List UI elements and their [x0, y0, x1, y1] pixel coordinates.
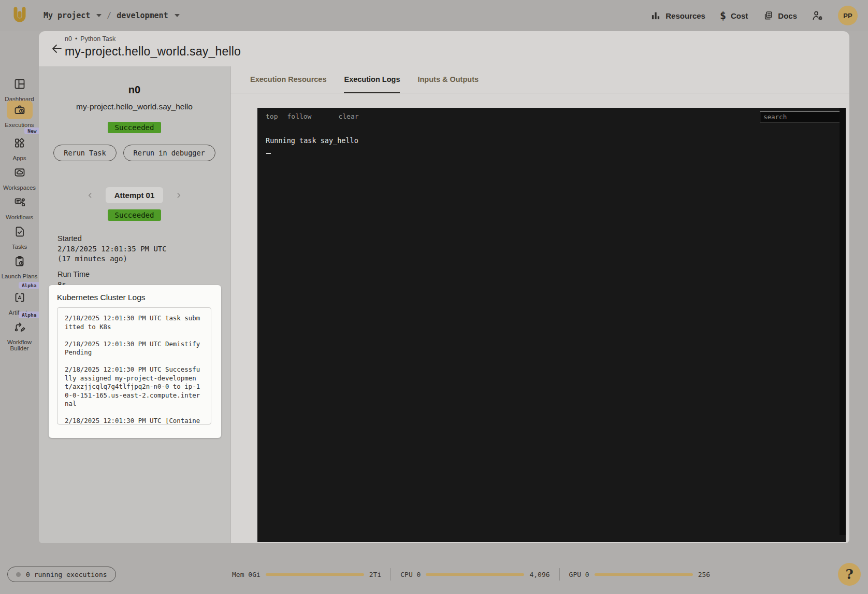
docs-label: Docs [778, 11, 797, 20]
log-entry: 2/18/2025 12:01:30 PM UTC task submitted… [65, 314, 204, 331]
log-top-button[interactable]: top [266, 112, 278, 120]
breadcrumb: My project / development [44, 11, 180, 20]
person-gear-icon [812, 10, 823, 22]
avatar[interactable]: PP [838, 6, 858, 25]
project-selector[interactable]: My project [44, 11, 90, 20]
crumb-dot: • [75, 35, 77, 43]
breadcrumb-separator: / [107, 11, 111, 20]
memory-capacity: 2Ti [369, 571, 381, 578]
gpu-bar [595, 573, 693, 576]
launch-plans-icon [13, 255, 26, 267]
chevron-down-icon[interactable] [96, 14, 102, 17]
docs-button[interactable]: Docs [762, 10, 797, 21]
gpu-usage-label: GPU 0 [569, 571, 589, 578]
alpha-badge: Alpha [19, 312, 40, 318]
help-button[interactable]: ? [838, 563, 861, 586]
quota-meters: Mem 0Gi 2Ti CPU 0 4,096 GPU 0 256 [232, 568, 710, 581]
sidebar-item-workspaces[interactable]: Workspaces [0, 163, 39, 191]
kubernetes-logs-card: Kubernetes Cluster Logs 2/18/2025 12:01:… [49, 285, 221, 438]
terminal-scrollbar[interactable] [840, 108, 846, 535]
log-entry: 2/18/2025 12:01:30 PM UTC [ContainersNot… [65, 417, 204, 425]
tab-inputs-outputs[interactable]: Inputs & Outputs [417, 66, 479, 93]
started-time: 2/18/2025 12:01:35 PM UTC [57, 244, 230, 254]
task-name: my-project.hello_world.say_hello [39, 102, 230, 111]
node-id: n0 [65, 35, 72, 43]
resources-button[interactable]: Resources [650, 10, 705, 21]
executions-icon [13, 104, 26, 116]
tasks-icon [13, 225, 26, 238]
execution-detail-panel: Execution Resources Execution Logs Input… [230, 66, 849, 543]
chevron-down-icon[interactable] [175, 14, 180, 17]
artifacts-icon [13, 291, 26, 304]
gpu-meter: GPU 0 256 [569, 571, 711, 578]
sidebar-item-dashboard[interactable]: Dashboard [0, 75, 39, 102]
cpu-bar [426, 573, 524, 576]
workspaces-icon [13, 166, 26, 179]
runtime-label: Run Time [57, 270, 230, 278]
apps-icon [13, 137, 26, 149]
running-executions-pill[interactable]: 0 running executions [7, 567, 116, 582]
new-badge: New [24, 128, 39, 134]
meter-divider [559, 568, 560, 581]
resources-label: Resources [666, 11, 705, 20]
started-label: Started [57, 234, 230, 243]
page-title: my-project.hello_world.say_hello [65, 45, 241, 59]
task-type: Python Task [80, 35, 115, 43]
memory-bar [266, 573, 364, 576]
cpu-meter: CPU 0 4,096 [400, 571, 549, 578]
cpu-capacity: 4,096 [529, 571, 549, 578]
modal-breadcrumb: n0 • Python Task [65, 35, 115, 43]
cost-label: Cost [731, 11, 748, 20]
status-badge: Succeeded [108, 122, 162, 133]
gpu-capacity: 256 [698, 571, 710, 578]
rerun-task-button[interactable]: Rerun Task [53, 145, 116, 161]
attempt-selector[interactable]: Attempt 01 [106, 187, 164, 203]
log-search-input[interactable] [760, 111, 843, 122]
modal-header: n0 • Python Task my-project.hello_world.… [39, 31, 849, 66]
kubernetes-logs-title: Kubernetes Cluster Logs [57, 293, 213, 302]
sidebar-item-workflows[interactable]: Workflows [0, 193, 39, 220]
next-attempt-button[interactable] [173, 190, 184, 201]
domain-selector[interactable]: development [117, 11, 168, 20]
alpha-badge: Alpha [19, 282, 40, 289]
active-item-highlight [7, 101, 33, 119]
memory-usage-label: Mem 0Gi [232, 571, 261, 578]
sidebar-item-tasks[interactable]: Tasks [0, 222, 39, 250]
log-terminal: top follow clear Running task say_hello [257, 108, 846, 542]
sidebar: Dashboard Executions New Apps [0, 31, 39, 557]
sidebar-item-executions[interactable]: Executions [0, 101, 39, 128]
tab-bar: Execution Resources Execution Logs Input… [230, 66, 849, 93]
kubernetes-logs-box[interactable]: 2/18/2025 12:01:30 PM UTC task submitted… [57, 307, 211, 425]
sidebar-item-workflow-builder[interactable]: Alpha Workflow Builder [0, 318, 39, 352]
bar-chart-icon [650, 10, 661, 21]
rerun-debugger-button[interactable]: Rerun in debugger [123, 145, 215, 161]
terminal-controls: top follow clear [266, 112, 359, 120]
dollar-icon: $ [720, 9, 726, 22]
workflow-builder-icon [13, 321, 26, 333]
sidebar-item-apps[interactable]: New Apps [0, 134, 39, 161]
cost-button[interactable]: $ Cost [720, 9, 748, 22]
cpu-usage-label: CPU 0 [400, 571, 421, 578]
node-name: n0 [39, 84, 230, 96]
back-button[interactable] [51, 43, 63, 55]
union-logo-icon[interactable] [10, 6, 29, 25]
execution-summary-panel: n0 my-project.hello_world.say_hello Succ… [39, 66, 230, 543]
dashboard-icon [13, 78, 26, 90]
log-entry: 2/18/2025 12:01:30 PM UTC Demistify Pend… [65, 340, 204, 357]
log-line: Running task say_hello [266, 136, 358, 146]
attempt-status-badge: Succeeded [108, 209, 162, 221]
running-executions-label: 0 running executions [26, 571, 107, 578]
task-detail-modal: n0 • Python Task my-project.hello_world.… [39, 31, 849, 543]
tab-execution-resources[interactable]: Execution Resources [250, 66, 326, 93]
log-follow-button[interactable]: follow [287, 112, 311, 120]
sidebar-item-launch-plans[interactable]: Launch Plans [0, 252, 39, 279]
started-relative: (17 minutes ago) [57, 254, 230, 264]
user-settings-button[interactable] [812, 10, 823, 22]
tab-execution-logs[interactable]: Execution Logs [344, 66, 400, 93]
previous-attempt-button[interactable] [85, 190, 95, 201]
memory-meter: Mem 0Gi 2Ti [232, 571, 381, 578]
log-clear-button[interactable]: clear [338, 112, 358, 120]
docs-icon [762, 10, 773, 21]
top-bar: My project / development Resources $ Cos… [0, 0, 868, 31]
log-cursor [266, 153, 271, 154]
